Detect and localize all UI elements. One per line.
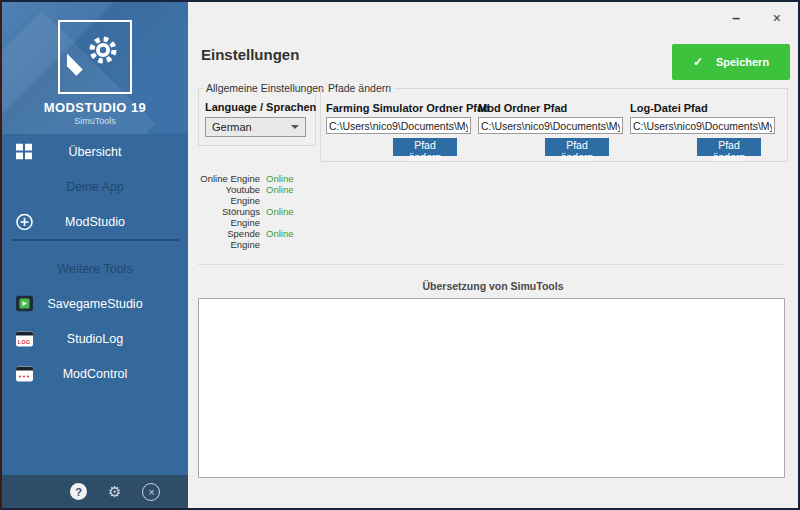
change-log-path-button[interactable]: Pfad ändern — [697, 138, 761, 156]
minimize-button[interactable]: – — [732, 10, 740, 26]
fs-path-field: Farming Simulator Ordner Pfad Pfad änder… — [326, 89, 474, 156]
engine-status-badge: Online — [266, 173, 293, 184]
sidebar-item-uebersicht[interactable]: Übersicht — [2, 134, 188, 169]
change-fs-path-button[interactable]: Pfad ändern — [393, 138, 457, 156]
check-icon: ✓ — [693, 55, 703, 69]
sidebar-item-label: Übersicht — [69, 145, 122, 159]
sidebar-item-studiolog[interactable]: LOG StudioLog — [2, 321, 188, 356]
log-path-input[interactable] — [630, 117, 775, 134]
app-window: MODSTUDIO 19 SimuTools Übersicht Deine A… — [0, 0, 800, 510]
change-mod-path-button[interactable]: Pfad ändern — [545, 138, 609, 156]
mod-path-label: Mod Ordner Pfad — [478, 102, 626, 114]
page-title: Einstellungen — [201, 46, 299, 63]
engine-status-row: Störungs Engine Online — [198, 206, 293, 228]
translation-title: Übersetzung von SimuTools — [188, 280, 798, 292]
engine-status-badge: Online — [266, 184, 293, 206]
engine-status-list: Online Engine Online Youtube Engine Onli… — [198, 173, 293, 250]
help-icon[interactable]: ? — [70, 483, 87, 500]
fs-path-input[interactable] — [326, 117, 471, 134]
general-settings-group: Allgemeine Einstellungen Language / Spra… — [198, 88, 316, 146]
gear-pencil-icon — [67, 29, 123, 85]
sidebar-item-label: ModControl — [63, 367, 128, 381]
save-button-label: Speichern — [716, 56, 769, 68]
window-close-button[interactable]: × — [773, 10, 781, 26]
app-subtitle: SimuTools — [2, 116, 188, 126]
save-button[interactable]: ✓ Speichern — [672, 44, 790, 80]
sidebar-item-modstudio[interactable]: ModStudio — [2, 204, 188, 239]
section-divider — [198, 264, 784, 265]
engine-status-row: Youtube Engine Online — [198, 184, 293, 206]
sidebar-item-savegamestudio[interactable]: SavegameStudio — [2, 286, 188, 321]
mod-path-field: Mod Ordner Pfad Pfad ändern — [478, 89, 626, 156]
language-selected-value: German — [212, 121, 252, 133]
savegame-icon — [15, 295, 33, 312]
plus-circle-icon — [15, 213, 33, 230]
engine-status-row: Online Engine Online — [198, 173, 293, 184]
sidebar: MODSTUDIO 19 SimuTools Übersicht Deine A… — [2, 2, 188, 508]
sidebar-header-weitere-tools: Weitere Tools — [2, 251, 188, 286]
exit-icon[interactable]: × — [142, 483, 160, 501]
sidebar-menu: Übersicht Deine App ModStudio Weitere To… — [2, 134, 188, 475]
log-path-field: Log-Datei Pfad Pfad ändern — [630, 89, 778, 156]
engine-name: Youtube Engine — [198, 184, 260, 206]
engine-status-badge: Online — [266, 206, 293, 228]
settings-gear-icon[interactable]: ⚙ — [108, 484, 121, 499]
logo-panel: MODSTUDIO 19 SimuTools — [2, 2, 188, 134]
dots-document-icon — [15, 365, 33, 382]
log-icon-text: LOG — [18, 337, 31, 346]
sidebar-item-modcontrol[interactable]: ModControl — [2, 356, 188, 391]
fs-path-label: Farming Simulator Ordner Pfad — [326, 102, 474, 114]
sidebar-item-label: SavegameStudio — [47, 297, 142, 311]
app-logo — [58, 20, 132, 94]
language-select[interactable]: German — [205, 117, 306, 137]
chevron-down-icon — [291, 125, 299, 129]
engine-status-badge: Online — [266, 228, 293, 250]
engine-status-row: Spende Engine Online — [198, 228, 293, 250]
sidebar-footer: ? ⚙ × — [2, 475, 188, 508]
main-panel: – × Einstellungen ✓ Speichern Allgemeine… — [188, 2, 798, 508]
sidebar-header-deine-app: Deine App — [2, 169, 188, 204]
general-group-title: Allgemeine Einstellungen — [203, 82, 327, 94]
paths-group: Pfade ändern Farming Simulator Ordner Pf… — [320, 88, 788, 162]
sidebar-divider — [11, 239, 179, 241]
log-document-icon: LOG — [15, 330, 33, 347]
log-path-label: Log-Datei Pfad — [630, 102, 778, 114]
mod-path-input[interactable] — [478, 117, 623, 134]
engine-name: Spende Engine — [198, 228, 260, 250]
sidebar-item-label: StudioLog — [67, 332, 123, 346]
app-title: MODSTUDIO 19 — [2, 100, 188, 115]
engine-name: Störungs Engine — [198, 206, 260, 228]
language-label: Language / Sprachen — [205, 101, 315, 113]
translation-box[interactable] — [198, 298, 785, 478]
engine-name: Online Engine — [198, 173, 260, 184]
grid-icon — [15, 143, 33, 160]
sidebar-item-label: ModStudio — [65, 215, 125, 229]
